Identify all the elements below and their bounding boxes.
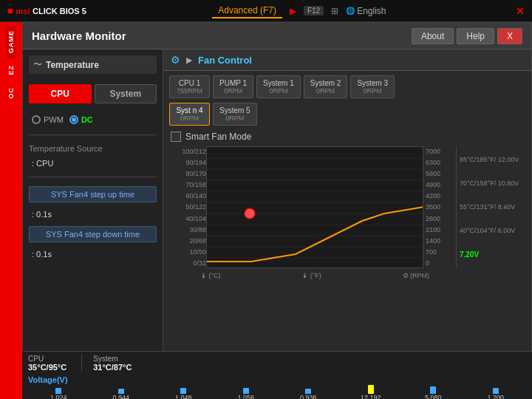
sidebar-tab-ez[interactable]: EZ bbox=[6, 61, 16, 80]
v-bar-container-3 bbox=[216, 385, 277, 394]
voltage-item-2: 1.048 CPU SA bbox=[153, 385, 214, 399]
v-bar-1 bbox=[118, 389, 124, 394]
top-close-button[interactable]: ✕ bbox=[516, 5, 525, 17]
v-bar-container-1 bbox=[91, 385, 152, 394]
y-label-2: 80/170 bbox=[172, 170, 206, 177]
system-temp-label: System bbox=[93, 355, 132, 363]
voltage-item-6: 5.080 System/5V bbox=[403, 385, 464, 399]
v-bar-3 bbox=[243, 388, 249, 394]
v-bar-container-2 bbox=[153, 385, 214, 394]
fan-system4[interactable]: Syst n 4 0RPM bbox=[169, 103, 210, 126]
volt-temp-1: 85°C/185°F/ 12.00V bbox=[460, 156, 519, 163]
voltage-item-3: 1.056 PCH bbox=[216, 385, 277, 399]
v-val-4: 0.936 bbox=[300, 394, 317, 399]
v-val-3: 1.056 bbox=[237, 394, 254, 399]
y-right-3: 4900 bbox=[426, 181, 456, 188]
graph-marker[interactable] bbox=[245, 208, 255, 219]
y-right-6: 2600 bbox=[426, 215, 456, 222]
sidebar-tab-oc[interactable]: OC bbox=[6, 83, 16, 103]
v-val-1: 0.944 bbox=[112, 394, 129, 399]
language-selector[interactable]: 🌐 English bbox=[346, 6, 386, 16]
v-bar-container-5 bbox=[341, 385, 402, 394]
cpu-temp-value: 35°C/95°C bbox=[28, 363, 66, 372]
temperature-icon: 〜 bbox=[33, 58, 42, 71]
volt-temp-4: 40°C/104°F/ 6.00V bbox=[460, 227, 519, 234]
fan-icon: ⚙ bbox=[171, 54, 180, 66]
voltage-item-7: 1.200 DRAM bbox=[466, 385, 527, 399]
cpu-temp-group: CPU 35°C/95°C bbox=[28, 355, 66, 372]
y-right-1: 6300 bbox=[426, 159, 456, 166]
step-down-button[interactable]: SYS Fan4 step down time bbox=[29, 226, 157, 242]
y-axis-left: 100/212 90/194 80/170 70/158 60/140 50/1… bbox=[172, 146, 206, 268]
graph-canvas-area bbox=[206, 146, 423, 270]
v-val-2: 1.048 bbox=[175, 394, 192, 399]
dialog-buttons: About Help X bbox=[412, 28, 522, 44]
top-nav: Advanced (F7) ▶ F12 ⊞ 🌐 English bbox=[212, 4, 386, 18]
y-right-5: 3500 bbox=[426, 203, 456, 211]
voltage-item-0: 1.024 CPU Core bbox=[28, 385, 89, 399]
fan-system2[interactable]: System 2 0RPM bbox=[304, 75, 348, 98]
dc-radio-dot[interactable] bbox=[69, 115, 78, 124]
volt-temp-3: 55°C/131°F/ 8.40V bbox=[460, 203, 519, 211]
y-label-4: 60/140 bbox=[172, 192, 206, 200]
v-bar-4 bbox=[305, 389, 311, 394]
help-button[interactable]: Help bbox=[457, 28, 494, 44]
temp-source-label: Temperature Source bbox=[29, 144, 157, 153]
y-right-7: 2100 bbox=[426, 226, 456, 233]
cpu-system-toggle: CPU System bbox=[29, 84, 157, 103]
system-temp-group: System 31°C/87°C bbox=[81, 355, 132, 372]
pwm-dc-row: PWM DC bbox=[29, 111, 157, 129]
v-bar-container-4 bbox=[278, 385, 339, 394]
graph-svg bbox=[206, 146, 423, 268]
step-up-button[interactable]: SYS Fan4 step up time bbox=[29, 186, 157, 202]
y-label-5: 50/122 bbox=[172, 203, 206, 211]
f12-badge[interactable]: F12 bbox=[304, 6, 324, 16]
fan-cpu1[interactable]: CPU 1 755RPM bbox=[169, 75, 210, 98]
dialog-content: 〜 Temperature CPU System PWM DC Temperat… bbox=[23, 50, 531, 398]
voltage-section-title: Voltage(V) bbox=[22, 375, 532, 385]
temp-source-value: : CPU bbox=[29, 157, 157, 169]
fan-pump1[interactable]: PUMP 1 0RPM bbox=[213, 75, 253, 98]
bottom-strip: CPU 35°C/95°C System 31°C/87°C Voltage(V… bbox=[22, 351, 532, 399]
temperature-label: Temperature bbox=[46, 60, 99, 70]
y-label-9: 10/50 bbox=[172, 248, 206, 256]
right-panel: ⚙ ▶ Fan Control CPU 1 755RPM PUMP 1 0RPM… bbox=[163, 50, 531, 398]
v-val-7: 1.200 bbox=[487, 394, 504, 399]
fan-system3[interactable]: System 3 0RPM bbox=[350, 75, 395, 98]
cpu-temp-label: CPU bbox=[28, 355, 66, 363]
y-right-0: 7000 bbox=[426, 148, 456, 155]
smart-fan-checkbox[interactable] bbox=[171, 132, 181, 142]
dc-radio[interactable]: DC bbox=[69, 115, 93, 124]
voltage-item-1: 0.944 CPU I/O bbox=[91, 385, 152, 399]
v-bar-container-0 bbox=[28, 385, 89, 394]
y-right-4: 4200 bbox=[426, 192, 456, 200]
v-bar-7 bbox=[493, 388, 499, 394]
system-mode-button[interactable]: System bbox=[95, 84, 157, 103]
y-right-8: 1400 bbox=[426, 237, 456, 245]
y-label-10: 0/32 bbox=[172, 259, 206, 267]
y-label-3: 70/158 bbox=[172, 181, 206, 188]
arrow-icon: ▶ bbox=[186, 55, 192, 65]
voltage-item-4: 0.936 Internal GPU bbox=[278, 385, 339, 399]
y-label-7: 30/88 bbox=[172, 226, 206, 233]
about-button[interactable]: About bbox=[412, 28, 454, 44]
top-bar: ■ msi CLICK BIOS 5 Advanced (F7) ▶ F12 ⊞… bbox=[0, 0, 532, 22]
v-bar-container-6 bbox=[403, 385, 464, 394]
fan-system5[interactable]: System 5 0RPM bbox=[213, 103, 257, 126]
pwm-radio-dot[interactable] bbox=[32, 115, 41, 124]
x-axis: 🌡 (°C) 🌡 (°F) ⚙ (RPM) bbox=[200, 270, 429, 279]
cpu-mode-button[interactable]: CPU bbox=[29, 84, 92, 103]
left-panel: 〜 Temperature CPU System PWM DC Temperat… bbox=[23, 50, 163, 398]
hardware-monitor-dialog: Hardware Monitor About Help X 〜 Temperat… bbox=[22, 22, 532, 399]
fan-control-header: ⚙ ▶ Fan Control bbox=[163, 50, 531, 71]
fahrenheit-icon: 🌡 (°F) bbox=[301, 272, 321, 279]
dc-label: DC bbox=[81, 115, 93, 124]
fan-system1[interactable]: System 1 0RPM bbox=[256, 75, 301, 98]
v-val-6: 5.080 bbox=[425, 394, 442, 399]
temperature-section-header: 〜 Temperature bbox=[29, 55, 157, 74]
close-dialog-button[interactable]: X bbox=[497, 28, 522, 44]
advanced-nav[interactable]: Advanced (F7) bbox=[212, 4, 282, 18]
sidebar-tab-game[interactable]: GAME bbox=[6, 26, 16, 58]
y-right-9: 700 bbox=[426, 248, 456, 256]
pwm-radio[interactable]: PWM bbox=[32, 115, 64, 124]
